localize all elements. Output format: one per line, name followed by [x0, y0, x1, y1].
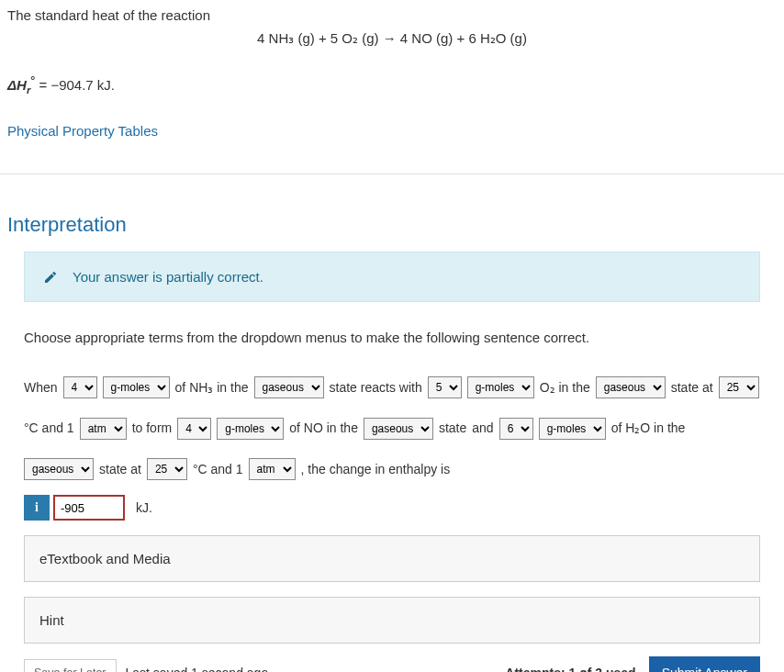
text-of-nh3: of NH₃ in the: [175, 371, 249, 404]
text-to-form: to form: [132, 411, 173, 444]
o2-qty-select[interactable]: 5: [428, 376, 462, 398]
alert-text: Your answer is partially correct.: [73, 269, 263, 285]
text-of-no: of NO in the: [289, 411, 358, 444]
text-degc-2: °C and 1: [193, 453, 243, 486]
info-button[interactable]: i: [24, 495, 50, 521]
instruction-text: Choose appropriate terms from the dropdo…: [24, 330, 760, 345]
pencil-icon: [43, 270, 58, 285]
delta-h-value: ΔHr° = −904.7 kJ.: [7, 74, 777, 95]
enthalpy-input[interactable]: [53, 495, 125, 521]
text-state-at-2: state at: [99, 453, 141, 486]
text-and: and: [472, 411, 493, 444]
attempts-text: Attempts: 1 of 3 used: [505, 666, 635, 672]
h2o-qty-select[interactable]: 6: [499, 418, 533, 440]
text-change-enthalpy: , the change in enthalpy is: [301, 453, 451, 486]
last-saved-text: Last saved 1 second ago.: [126, 666, 273, 672]
sentence-builder: When 4 g-moles of NH₃ in the gaseous sta…: [24, 371, 760, 486]
feedback-alert: Your answer is partially correct.: [24, 252, 760, 302]
o2-press-select[interactable]: atm: [80, 418, 127, 440]
delta-h-number: = −904.7 kJ.: [35, 77, 115, 93]
section-title: Interpretation: [7, 213, 777, 237]
h2o-press-select[interactable]: atm: [249, 458, 296, 480]
nh3-phase-select[interactable]: gaseous: [254, 376, 324, 398]
footer-row: Save for Later Last saved 1 second ago. …: [24, 656, 760, 672]
text-state: state: [439, 411, 466, 444]
h2o-temp-select[interactable]: 25: [147, 458, 187, 480]
o2-temp-select[interactable]: 25: [719, 376, 759, 398]
delta-h-symbol: ΔH: [7, 77, 27, 93]
nh3-unit-select[interactable]: g-moles: [103, 376, 170, 398]
text-when: When: [24, 371, 58, 404]
text-state-reacts: state reacts with: [330, 371, 422, 404]
submit-answer-button[interactable]: Submit Answer: [649, 656, 760, 672]
text-of-h2o: of H₂O in the: [611, 411, 686, 444]
text-state-at-1: state at: [671, 371, 713, 404]
unit-kj: kJ.: [136, 500, 152, 515]
nh3-qty-select[interactable]: 4: [63, 376, 97, 398]
h2o-unit-select[interactable]: g-moles: [539, 418, 606, 440]
divider: [0, 174, 784, 174]
hint-panel[interactable]: Hint: [24, 597, 760, 644]
reaction-equation: 4 NH₃ (g) + 5 O₂ (g) → 4 NO (g) + 6 H₂O …: [7, 30, 777, 47]
h2o-phase-select[interactable]: gaseous: [24, 458, 94, 480]
save-for-later-button[interactable]: Save for Later: [24, 659, 117, 672]
o2-unit-select[interactable]: g-moles: [467, 376, 534, 398]
text-o2-in-the: O₂ in the: [540, 371, 590, 404]
intro-text: The standard heat of the reaction: [7, 7, 777, 23]
o2-phase-select[interactable]: gaseous: [596, 376, 666, 398]
physical-property-tables-link[interactable]: Physical Property Tables: [7, 123, 158, 139]
text-degc-1: °C and 1: [24, 411, 74, 444]
no-unit-select[interactable]: g-moles: [217, 418, 284, 440]
no-qty-select[interactable]: 4: [177, 418, 211, 440]
etextbook-panel[interactable]: eTextbook and Media: [24, 535, 760, 582]
no-phase-select[interactable]: gaseous: [364, 418, 433, 440]
answer-row: i kJ.: [24, 495, 760, 521]
